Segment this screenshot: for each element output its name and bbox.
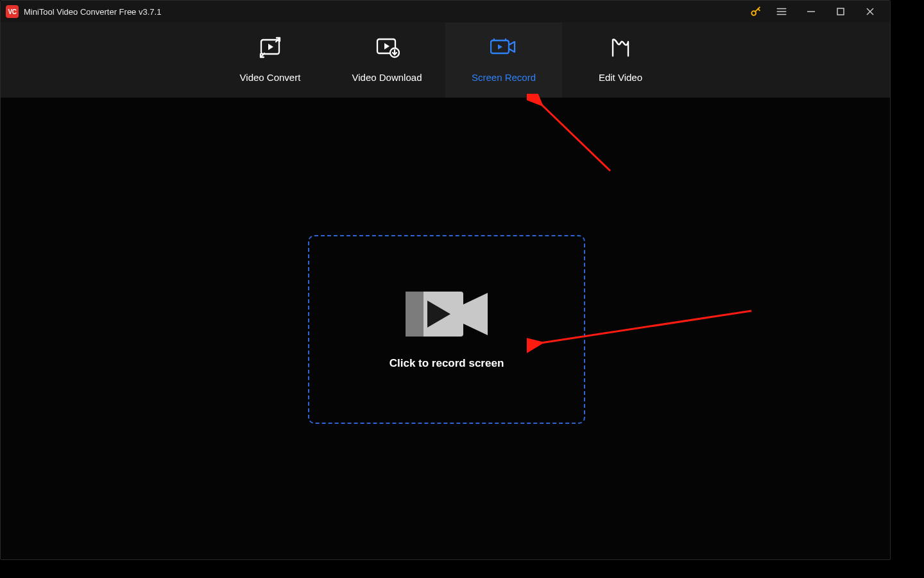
tab-video-convert[interactable]: Video Convert (212, 22, 329, 98)
svg-marker-11 (268, 44, 273, 50)
app-window: VC MiniTool Video Converter Free v3.7.1 (0, 0, 891, 560)
svg-line-2 (758, 9, 760, 10)
svg-marker-13 (384, 43, 389, 49)
svg-marker-16 (498, 44, 502, 49)
svg-rect-18 (406, 292, 424, 337)
tab-video-download[interactable]: Video Download (329, 22, 445, 98)
tab-label: Screen Record (472, 72, 536, 83)
tab-label: Video Convert (240, 72, 301, 83)
upgrade-key-button[interactable] (745, 1, 767, 22)
svg-line-22 (541, 104, 610, 171)
edit-video-icon (609, 37, 632, 58)
annotation-arrow-1 (527, 94, 629, 190)
key-icon (749, 5, 762, 18)
record-screen-dropzone[interactable]: Click to record screen (308, 235, 585, 424)
close-button[interactable] (855, 1, 885, 22)
record-cta-text: Click to record screen (389, 357, 504, 370)
svg-marker-19 (463, 293, 488, 335)
close-icon (866, 7, 875, 16)
tab-label: Video Download (352, 72, 422, 83)
app-logo-text: VC (8, 8, 17, 15)
tab-edit-video[interactable]: Edit Video (562, 22, 679, 98)
app-title: MiniTool Video Converter Free v3.7.1 (24, 7, 161, 17)
titlebar: VC MiniTool Video Converter Free v3.7.1 (1, 1, 890, 22)
tab-screen-record[interactable]: Screen Record (445, 22, 562, 98)
camera-icon (406, 289, 488, 339)
tab-label: Edit Video (599, 72, 642, 83)
video-download-icon (374, 37, 400, 58)
svg-rect-7 (837, 8, 844, 15)
maximize-icon (837, 8, 844, 15)
screen-record-icon (490, 37, 517, 58)
app-logo: VC (6, 5, 19, 18)
minimize-button[interactable] (796, 1, 826, 22)
main-tabs: Video Convert Video Download (1, 22, 890, 98)
maximize-button[interactable] (826, 1, 855, 22)
hamburger-menu-button[interactable] (767, 1, 796, 22)
video-convert-icon (257, 37, 283, 58)
menu-icon (776, 6, 787, 17)
content-area: Click to record screen (1, 98, 890, 559)
minimize-icon (807, 7, 816, 16)
